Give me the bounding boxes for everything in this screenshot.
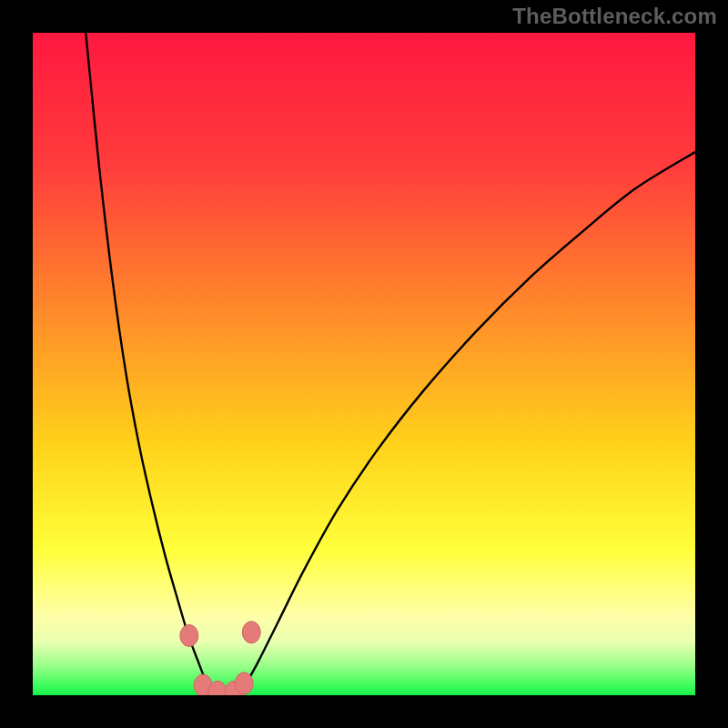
gradient-background xyxy=(33,33,695,695)
curve-marker xyxy=(242,622,260,643)
chart-frame: TheBottleneck.com xyxy=(0,0,728,728)
plot-area xyxy=(33,33,695,695)
chart-svg xyxy=(33,33,695,695)
curve-marker xyxy=(180,624,198,646)
watermark-text: TheBottleneck.com xyxy=(512,4,717,29)
curve-marker xyxy=(235,672,253,694)
